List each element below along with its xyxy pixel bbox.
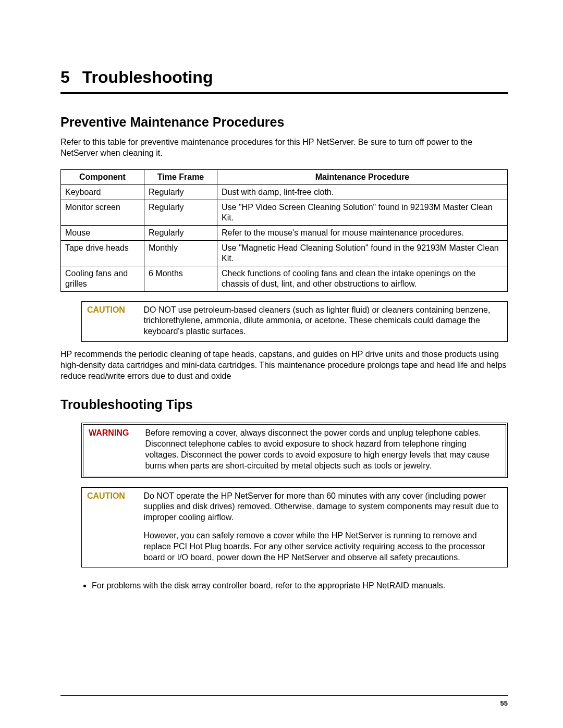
cell-component: Monitor screen xyxy=(61,200,144,225)
col-header-time: Time Frame xyxy=(144,169,217,184)
col-header-component: Component xyxy=(61,169,144,184)
caution-paragraph-2: However, you can safely remove a cover w… xyxy=(143,530,500,563)
footer-rule xyxy=(60,695,508,696)
cell-time: 6 Months xyxy=(144,266,217,291)
cell-time: Regularly xyxy=(144,200,217,225)
cell-component: Keyboard xyxy=(61,184,144,200)
manual-page: 5Troubleshooting Preventive Maintenance … xyxy=(0,0,563,728)
table-row: Monitor screenRegularlyUse "HP Video Scr… xyxy=(61,200,508,225)
table-row: KeyboardRegularlyDust with damp, lint-fr… xyxy=(61,184,508,200)
cell-component: Tape drive heads xyxy=(61,240,144,266)
table-row: Cooling fans and grilles6 MonthsCheck fu… xyxy=(61,266,508,291)
cell-time: Monthly xyxy=(144,240,217,266)
col-header-procedure: Maintenance Procedure xyxy=(217,169,508,184)
caution-paragraph-1: Do NOT operate the HP NetServer for more… xyxy=(143,491,500,523)
cell-procedure: Dust with damp, lint-free cloth. xyxy=(217,184,508,200)
section-heading-preventive: Preventive Maintenance Procedures xyxy=(60,115,508,130)
cell-component: Mouse xyxy=(61,225,144,240)
cell-procedure: Use "Magnetic Head Cleaning Solution" fo… xyxy=(217,240,508,266)
cell-component: Cooling fans and grilles xyxy=(61,266,144,291)
cell-procedure: Check functions of cooling fans and clea… xyxy=(217,266,508,291)
page-number: 55 xyxy=(500,699,508,707)
tips-bullet-list: For problems with the disk array control… xyxy=(92,580,508,591)
warning-box-power: WARNING Before removing a cover, always … xyxy=(81,423,508,477)
warning-text: Before removing a cover, always disconne… xyxy=(145,428,498,471)
chapter-name: Troubleshooting xyxy=(82,68,213,87)
table-row: Tape drive headsMonthlyUse "Magnetic Hea… xyxy=(61,240,508,266)
caution-label: CAUTION xyxy=(87,491,141,502)
table-row: MouseRegularlyRefer to the mouse's manua… xyxy=(61,225,508,240)
chapter-number: 5 xyxy=(60,68,70,87)
caution-label: CAUTION xyxy=(87,305,141,316)
cell-time: Regularly xyxy=(144,225,217,240)
maintenance-table: Component Time Frame Maintenance Procedu… xyxy=(60,169,508,292)
caution-text: Do NOT operate the HP NetServer for more… xyxy=(143,491,500,563)
caution-box-cover: CAUTION Do NOT operate the HP NetServer … xyxy=(81,487,508,568)
cell-procedure: Use "HP Video Screen Cleaning Solution" … xyxy=(217,200,508,225)
cell-time: Regularly xyxy=(144,184,217,200)
section-heading-troubleshooting-tips: Troubleshooting Tips xyxy=(60,397,508,412)
caution-box-cleaners: CAUTION DO NOT use petroleum-based clean… xyxy=(81,301,508,342)
intro-paragraph: Refer to this table for preventive maint… xyxy=(60,137,508,159)
cell-procedure: Refer to the mouse's manual for mouse ma… xyxy=(217,225,508,240)
table-header-row: Component Time Frame Maintenance Procedu… xyxy=(61,169,508,184)
tape-head-paragraph: HP recommends the periodic cleaning of t… xyxy=(60,349,508,381)
caution-text: DO NOT use petroleum-based cleaners (suc… xyxy=(143,305,500,337)
list-item: For problems with the disk array control… xyxy=(92,580,508,591)
warning-label: WARNING xyxy=(89,428,143,439)
chapter-title: 5Troubleshooting xyxy=(60,68,508,94)
